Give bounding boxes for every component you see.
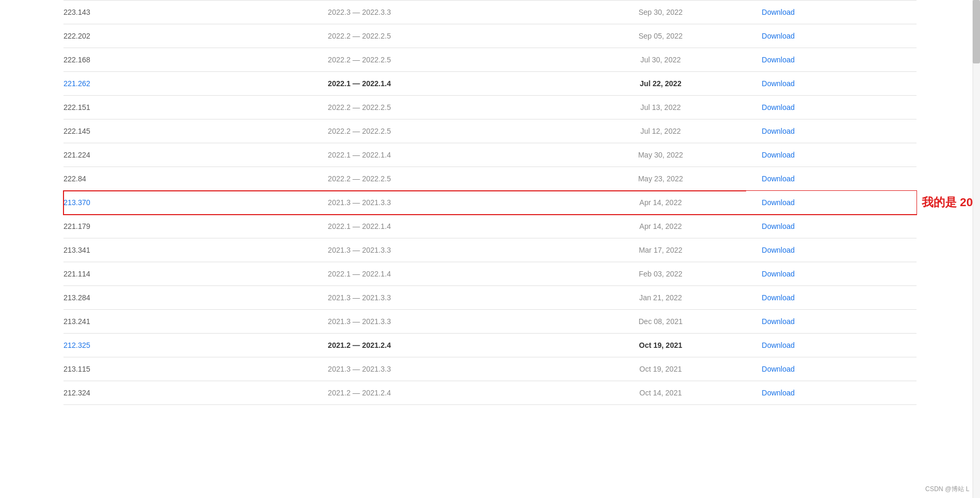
- range-cell: 2021.2 — 2021.2.4: [320, 334, 576, 357]
- range-cell: 2021.3 — 2021.3.3: [320, 238, 576, 262]
- download-link[interactable]: Download: [762, 365, 795, 373]
- download-link[interactable]: Download: [762, 127, 795, 135]
- range-cell: 2022.2 — 2022.2.5: [320, 48, 576, 72]
- range-cell: 2022.1 — 2022.1.4: [320, 215, 576, 238]
- date-cell: Sep 30, 2022: [575, 1, 746, 24]
- date-cell: May 23, 2022: [575, 167, 746, 191]
- table-row: 213.3412021.3 — 2021.3.3Mar 17, 2022Down…: [63, 238, 917, 262]
- date-cell: Apr 14, 2022: [575, 215, 746, 238]
- download-cell[interactable]: Download: [746, 167, 917, 191]
- version-cell: 222.202: [63, 24, 320, 48]
- download-link[interactable]: Download: [762, 56, 795, 64]
- range-cell: 2021.2 — 2021.2.4: [320, 381, 576, 405]
- version-cell[interactable]: 221.262: [63, 72, 320, 96]
- range-cell: 2022.2 — 2022.2.5: [320, 167, 576, 191]
- table-row: 222.1512022.2 — 2022.2.5Jul 13, 2022Down…: [63, 96, 917, 119]
- range-cell: 2021.3 — 2021.3.3: [320, 286, 576, 310]
- version-cell: 222.168: [63, 48, 320, 72]
- version-cell: 221.224: [63, 143, 320, 167]
- version-cell: 222.151: [63, 96, 320, 119]
- table-row: 222.1682022.2 — 2022.2.5Jul 30, 2022Down…: [63, 48, 917, 72]
- download-link[interactable]: Download: [762, 174, 795, 183]
- download-cell[interactable]: Download: [746, 119, 917, 143]
- versions-table: 223.1432022.3 — 2022.3.3Sep 30, 2022Down…: [63, 0, 917, 405]
- download-link[interactable]: Download: [762, 222, 795, 230]
- version-cell[interactable]: 213.370: [63, 191, 320, 215]
- download-link[interactable]: Download: [762, 317, 795, 326]
- date-cell: Oct 19, 2021: [575, 334, 746, 357]
- version-cell: 222.145: [63, 119, 320, 143]
- range-cell: 2022.2 — 2022.2.5: [320, 119, 576, 143]
- table-row: 222.1452022.2 — 2022.2.5Jul 12, 2022Down…: [63, 119, 917, 143]
- download-link[interactable]: Download: [762, 270, 795, 278]
- range-cell: 2022.3 — 2022.3.3: [320, 1, 576, 24]
- scrollbar-track[interactable]: [973, 0, 980, 498]
- download-cell[interactable]: Download: [746, 1, 917, 24]
- date-cell: Dec 08, 2021: [575, 310, 746, 334]
- version-cell: 221.114: [63, 262, 320, 286]
- table-row: 213.2842021.3 — 2021.3.3Jan 21, 2022Down…: [63, 286, 917, 310]
- range-cell: 2022.2 — 2022.2.5: [320, 24, 576, 48]
- range-cell: 2022.2 — 2022.2.5: [320, 96, 576, 119]
- date-cell: Jul 13, 2022: [575, 96, 746, 119]
- page-wrapper: 223.1432022.3 — 2022.3.3Sep 30, 2022Down…: [0, 0, 980, 498]
- date-cell: Jul 30, 2022: [575, 48, 746, 72]
- download-link[interactable]: Download: [762, 389, 795, 397]
- download-link[interactable]: Download: [762, 341, 795, 349]
- version-link[interactable]: 212.325: [63, 341, 90, 349]
- table-row: 212.3242021.2 — 2021.2.4Oct 14, 2021Down…: [63, 381, 917, 405]
- annotation-bubble: 我的是 2021.1.3: [922, 195, 980, 210]
- version-cell: 213.341: [63, 238, 320, 262]
- download-cell[interactable]: Download: [746, 143, 917, 167]
- range-cell: 2021.3 — 2021.3.3: [320, 357, 576, 381]
- table-row: 221.1142022.1 — 2022.1.4Feb 03, 2022Down…: [63, 262, 917, 286]
- download-cell[interactable]: Download: [746, 96, 917, 119]
- range-cell: 2022.1 — 2022.1.4: [320, 143, 576, 167]
- download-cell[interactable]: Download: [746, 357, 917, 381]
- download-cell[interactable]: Download: [746, 238, 917, 262]
- download-cell[interactable]: Download: [746, 262, 917, 286]
- download-link[interactable]: Download: [762, 246, 795, 254]
- table-row: 222.2022022.2 — 2022.2.5Sep 05, 2022Down…: [63, 24, 917, 48]
- table-container: 223.1432022.3 — 2022.3.3Sep 30, 2022Down…: [0, 0, 980, 405]
- range-cell: 2022.1 — 2022.1.4: [320, 72, 576, 96]
- version-cell: 213.115: [63, 357, 320, 381]
- date-cell: Jul 22, 2022: [575, 72, 746, 96]
- download-link[interactable]: Download: [762, 151, 795, 159]
- version-cell: 221.179: [63, 215, 320, 238]
- download-cell[interactable]: Download: [746, 72, 917, 96]
- date-cell: Jul 12, 2022: [575, 119, 746, 143]
- range-cell: 2022.1 — 2022.1.4: [320, 262, 576, 286]
- date-cell: Sep 05, 2022: [575, 24, 746, 48]
- download-link[interactable]: Download: [762, 293, 795, 302]
- version-link[interactable]: 213.370: [63, 198, 90, 207]
- download-link[interactable]: Download: [762, 32, 795, 40]
- table-row: 221.2622022.1 — 2022.1.4Jul 22, 2022Down…: [63, 72, 917, 96]
- table-row: 213.3702021.3 — 2021.3.3Apr 14, 2022Down…: [63, 191, 917, 215]
- download-cell[interactable]: Download: [746, 24, 917, 48]
- download-cell[interactable]: Download: [746, 334, 917, 357]
- version-cell: 222.84: [63, 167, 320, 191]
- version-cell: 212.324: [63, 381, 320, 405]
- download-cell[interactable]: Download: [746, 286, 917, 310]
- date-cell: Oct 19, 2021: [575, 357, 746, 381]
- scrollbar-thumb[interactable]: [973, 0, 980, 63]
- download-cell[interactable]: Download: [746, 215, 917, 238]
- date-cell: Mar 17, 2022: [575, 238, 746, 262]
- date-cell: Apr 14, 2022: [575, 191, 746, 215]
- version-cell: 223.143: [63, 1, 320, 24]
- date-cell: Oct 14, 2021: [575, 381, 746, 405]
- download-link[interactable]: Download: [762, 79, 795, 88]
- download-link[interactable]: Download: [762, 103, 795, 112]
- download-link[interactable]: Download: [762, 198, 795, 207]
- download-cell[interactable]: Download: [746, 310, 917, 334]
- table-row: 213.1152021.3 — 2021.3.3Oct 19, 2021Down…: [63, 357, 917, 381]
- download-cell[interactable]: Download: [746, 381, 917, 405]
- version-link[interactable]: 221.262: [63, 79, 90, 88]
- table-row: 213.2412021.3 — 2021.3.3Dec 08, 2021Down…: [63, 310, 917, 334]
- download-cell[interactable]: Download: [746, 191, 917, 215]
- download-cell[interactable]: Download: [746, 48, 917, 72]
- csdn-badge: CSDN @博站 L: [925, 485, 969, 494]
- version-cell[interactable]: 212.325: [63, 334, 320, 357]
- download-link[interactable]: Download: [762, 8, 795, 16]
